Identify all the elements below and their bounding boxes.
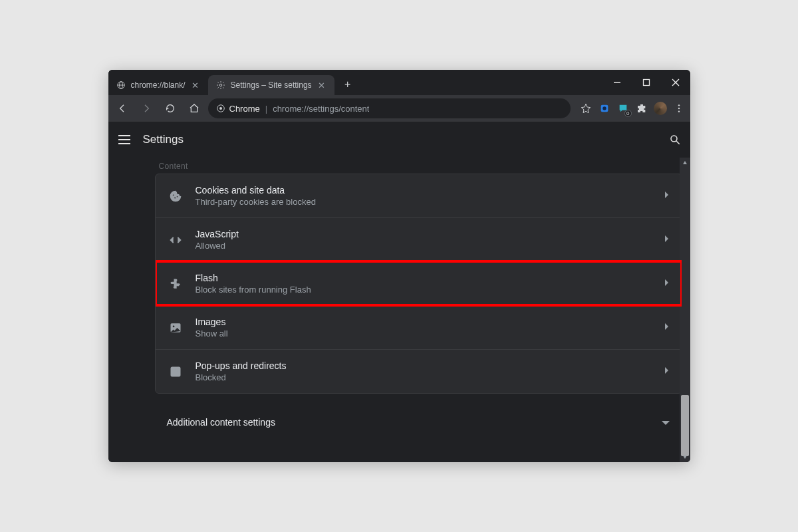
svg-point-14: [678, 110, 679, 112]
ext-badge: 0: [624, 110, 631, 117]
new-tab-button[interactable]: +: [338, 75, 357, 94]
back-button[interactable]: [112, 98, 132, 118]
svg-rect-5: [643, 80, 649, 86]
row-title: Flash: [196, 273, 652, 283]
tab-label: chrome://blank/: [131, 80, 186, 90]
close-icon[interactable]: ✕: [191, 80, 200, 90]
row-sub: Blocked: [196, 372, 652, 382]
svg-point-3: [219, 84, 222, 86]
chrome-window: chrome://blank/ ✕ Settings – Site settin…: [108, 70, 690, 462]
row-sub: Block sites from running Flash: [196, 285, 652, 295]
expander-label: Additional content settings: [167, 417, 649, 428]
cookie-icon: [168, 188, 184, 204]
tab-settings[interactable]: Settings – Site settings ✕: [208, 75, 334, 95]
code-icon: [168, 232, 184, 248]
chevron-right-icon: [664, 191, 670, 201]
svg-point-15: [671, 136, 677, 142]
chrome-chip: Chrome: [216, 104, 260, 114]
toolbar: Chrome | chrome://settings/content 0: [108, 95, 690, 122]
titlebar: chrome://blank/ ✕ Settings – Site settin…: [108, 70, 690, 95]
svg-point-17: [172, 194, 174, 196]
row-title: Cookies and site data: [196, 185, 652, 196]
content-card: Cookies and site data Third-party cookie…: [155, 174, 682, 394]
svg-line-16: [676, 141, 680, 144]
row-javascript[interactable]: JavaScript Allowed: [156, 217, 682, 261]
window-controls: [602, 70, 690, 95]
chevron-down-icon: [661, 416, 670, 428]
row-cookies[interactable]: Cookies and site data Third-party cookie…: [156, 174, 682, 217]
settings-appbar: Settings: [108, 122, 690, 158]
scroll-down-icon[interactable]: [680, 452, 690, 462]
page-title: Settings: [143, 133, 184, 146]
toolbar-right: 0: [575, 101, 686, 116]
row-images[interactable]: Images Show all: [156, 305, 682, 349]
ext-square-icon[interactable]: [597, 101, 612, 116]
row-title: Images: [196, 317, 652, 327]
svg-point-12: [678, 104, 679, 106]
bookmark-icon[interactable]: [579, 101, 593, 116]
menu-icon[interactable]: [672, 101, 686, 116]
ext-bubble-icon[interactable]: 0: [616, 101, 630, 116]
scroll-thumb[interactable]: [681, 395, 689, 456]
image-icon: [168, 320, 184, 336]
scroll-up-icon[interactable]: [680, 158, 690, 168]
hamburger-icon[interactable]: [116, 132, 132, 148]
minimize-button[interactable]: [602, 70, 632, 95]
tabstrip: chrome://blank/ ✕ Settings – Site settin…: [108, 70, 602, 95]
svg-point-19: [176, 196, 178, 198]
chevron-right-icon: [664, 323, 670, 332]
popup-icon: [168, 364, 184, 380]
row-sub: Show all: [196, 329, 652, 338]
svg-point-11: [602, 106, 606, 110]
close-button[interactable]: [661, 70, 690, 95]
chevron-right-icon: [664, 235, 670, 245]
forward-button[interactable]: [136, 98, 156, 118]
row-popups[interactable]: Pop-ups and redirects Blocked: [156, 349, 682, 393]
home-button[interactable]: [184, 98, 204, 118]
separator: |: [265, 104, 267, 114]
svg-point-13: [678, 108, 679, 109]
svg-point-18: [174, 197, 176, 198]
section-label: Content: [155, 158, 682, 174]
chevron-right-icon: [664, 366, 670, 376]
tab-blank[interactable]: chrome://blank/ ✕: [108, 75, 208, 95]
close-icon[interactable]: ✕: [317, 80, 327, 90]
extensions-icon[interactable]: [634, 101, 649, 116]
globe-icon: [116, 80, 126, 90]
tab-label: Settings – Site settings: [231, 80, 312, 90]
svg-point-21: [172, 325, 174, 327]
content-wrap: Content Cookies and site data Third-part…: [108, 158, 690, 462]
reload-button[interactable]: [160, 98, 180, 118]
row-title: JavaScript: [196, 229, 652, 239]
url-text: chrome://settings/content: [273, 104, 369, 114]
row-sub: Allowed: [196, 241, 652, 251]
chevron-right-icon: [664, 279, 670, 289]
avatar[interactable]: [653, 101, 668, 116]
row-sub: Third-party cookies are blocked: [196, 197, 652, 207]
row-flash[interactable]: Flash Block sites from running Flash: [156, 261, 682, 305]
maximize-button[interactable]: [632, 70, 661, 95]
puzzle-icon: [168, 276, 184, 292]
scrollbar[interactable]: [680, 158, 690, 462]
search-icon[interactable]: [668, 132, 682, 147]
svg-point-9: [219, 107, 221, 110]
address-bar[interactable]: Chrome | chrome://settings/content: [208, 98, 571, 118]
row-title: Pop-ups and redirects: [196, 360, 652, 371]
gear-icon: [216, 80, 225, 90]
chip-label: Chrome: [229, 104, 260, 114]
additional-content-settings[interactable]: Additional content settings: [155, 406, 682, 439]
settings-content[interactable]: Content Cookies and site data Third-part…: [108, 158, 690, 462]
